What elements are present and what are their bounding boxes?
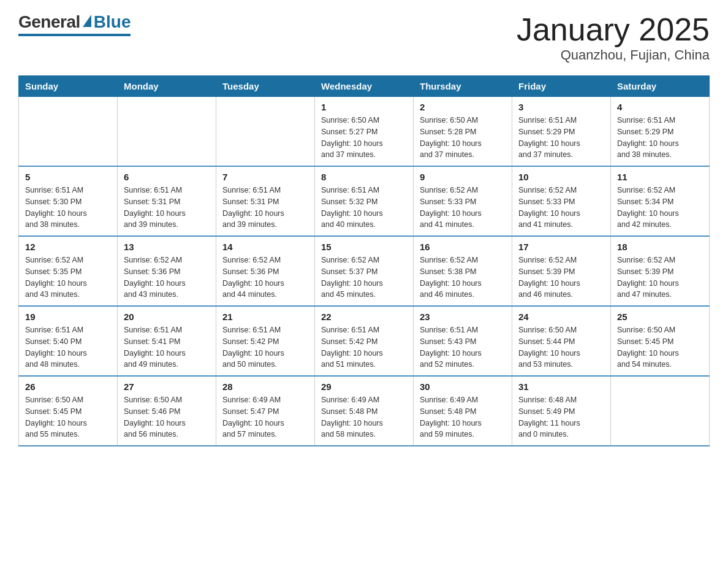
day-number: 1 [321,102,407,112]
weekday-header-sunday: Sunday [19,76,118,97]
calendar-title: January 2025 [517,12,710,47]
day-number: 9 [420,172,506,182]
day-info: Sunrise: 6:50 AM Sunset: 5:28 PM Dayligh… [420,115,506,161]
day-info: Sunrise: 6:52 AM Sunset: 5:34 PM Dayligh… [617,185,703,231]
day-info: Sunrise: 6:49 AM Sunset: 5:48 PM Dayligh… [321,394,407,440]
day-info: Sunrise: 6:52 AM Sunset: 5:33 PM Dayligh… [420,185,506,231]
weekday-header-saturday: Saturday [611,76,710,97]
calendar-cell: 15Sunrise: 6:52 AM Sunset: 5:37 PM Dayli… [315,236,414,306]
day-number: 12 [25,242,111,252]
day-info: Sunrise: 6:51 AM Sunset: 5:29 PM Dayligh… [617,115,703,161]
day-info: Sunrise: 6:52 AM Sunset: 5:35 PM Dayligh… [25,255,111,301]
day-number: 20 [124,312,210,322]
calendar-cell: 26Sunrise: 6:50 AM Sunset: 5:45 PM Dayli… [19,376,118,446]
day-number: 7 [222,172,308,182]
calendar-cell: 17Sunrise: 6:52 AM Sunset: 5:39 PM Dayli… [512,236,611,306]
calendar-header-row: SundayMondayTuesdayWednesdayThursdayFrid… [19,76,710,97]
calendar-cell: 1Sunrise: 6:50 AM Sunset: 5:27 PM Daylig… [315,97,414,167]
title-block: January 2025 Quanzhou, Fujian, China [517,12,710,63]
calendar-cell: 24Sunrise: 6:50 AM Sunset: 5:44 PM Dayli… [512,306,611,376]
calendar-week-row: 1Sunrise: 6:50 AM Sunset: 5:27 PM Daylig… [19,97,710,167]
day-info: Sunrise: 6:52 AM Sunset: 5:36 PM Dayligh… [222,255,308,301]
day-info: Sunrise: 6:52 AM Sunset: 5:36 PM Dayligh… [124,255,210,301]
calendar-week-row: 5Sunrise: 6:51 AM Sunset: 5:30 PM Daylig… [19,166,710,236]
day-info: Sunrise: 6:52 AM Sunset: 5:38 PM Dayligh… [420,255,506,301]
calendar-cell: 22Sunrise: 6:51 AM Sunset: 5:42 PM Dayli… [315,306,414,376]
calendar-cell: 5Sunrise: 6:51 AM Sunset: 5:30 PM Daylig… [19,166,118,236]
calendar-cell [19,97,118,167]
day-info: Sunrise: 6:51 AM Sunset: 5:42 PM Dayligh… [321,324,407,370]
day-number: 23 [420,312,506,322]
weekday-header-friday: Friday [512,76,611,97]
calendar-week-row: 12Sunrise: 6:52 AM Sunset: 5:35 PM Dayli… [19,236,710,306]
day-number: 30 [420,381,506,392]
calendar-cell: 29Sunrise: 6:49 AM Sunset: 5:48 PM Dayli… [315,376,414,446]
calendar-cell: 3Sunrise: 6:51 AM Sunset: 5:29 PM Daylig… [512,97,611,167]
day-info: Sunrise: 6:51 AM Sunset: 5:30 PM Dayligh… [25,185,111,231]
day-info: Sunrise: 6:52 AM Sunset: 5:39 PM Dayligh… [518,255,604,301]
calendar-cell: 27Sunrise: 6:50 AM Sunset: 5:46 PM Dayli… [118,376,216,446]
day-info: Sunrise: 6:49 AM Sunset: 5:48 PM Dayligh… [420,394,506,440]
day-number: 22 [321,312,407,322]
calendar-cell: 23Sunrise: 6:51 AM Sunset: 5:43 PM Dayli… [414,306,512,376]
day-info: Sunrise: 6:48 AM Sunset: 5:49 PM Dayligh… [518,394,604,440]
day-number: 2 [420,102,506,112]
day-info: Sunrise: 6:51 AM Sunset: 5:43 PM Dayligh… [420,324,506,370]
day-number: 16 [420,242,506,252]
calendar-cell: 28Sunrise: 6:49 AM Sunset: 5:47 PM Dayli… [216,376,315,446]
logo-blue-text: Blue [94,12,131,32]
calendar-cell: 7Sunrise: 6:51 AM Sunset: 5:31 PM Daylig… [216,166,315,236]
day-number: 18 [617,242,703,252]
calendar-cell: 14Sunrise: 6:52 AM Sunset: 5:36 PM Dayli… [216,236,315,306]
weekday-header-tuesday: Tuesday [216,76,315,97]
calendar-cell: 30Sunrise: 6:49 AM Sunset: 5:48 PM Dayli… [414,376,512,446]
day-number: 27 [124,381,210,392]
calendar-cell: 16Sunrise: 6:52 AM Sunset: 5:38 PM Dayli… [414,236,512,306]
day-number: 5 [25,172,111,182]
calendar-cell: 11Sunrise: 6:52 AM Sunset: 5:34 PM Dayli… [611,166,710,236]
day-info: Sunrise: 6:50 AM Sunset: 5:45 PM Dayligh… [617,324,703,370]
calendar-cell [611,376,710,446]
day-number: 8 [321,172,407,182]
day-info: Sunrise: 6:51 AM Sunset: 5:41 PM Dayligh… [124,324,210,370]
calendar-location: Quanzhou, Fujian, China [517,47,710,63]
day-number: 13 [124,242,210,252]
calendar-cell: 8Sunrise: 6:51 AM Sunset: 5:32 PM Daylig… [315,166,414,236]
day-number: 14 [222,242,308,252]
weekday-header-thursday: Thursday [414,76,512,97]
day-number: 17 [518,242,604,252]
calendar-cell: 13Sunrise: 6:52 AM Sunset: 5:36 PM Dayli… [118,236,216,306]
calendar-week-row: 26Sunrise: 6:50 AM Sunset: 5:45 PM Dayli… [19,376,710,446]
day-number: 21 [222,312,308,322]
logo-general-text: General [18,12,80,32]
calendar-cell: 19Sunrise: 6:51 AM Sunset: 5:40 PM Dayli… [19,306,118,376]
logo: General Blue [18,12,131,36]
logo-triangle-icon [83,15,91,27]
day-info: Sunrise: 6:50 AM Sunset: 5:27 PM Dayligh… [321,115,407,161]
day-number: 4 [617,102,703,112]
day-number: 11 [617,172,703,182]
day-number: 19 [25,312,111,322]
day-info: Sunrise: 6:50 AM Sunset: 5:46 PM Dayligh… [124,394,210,440]
calendar-week-row: 19Sunrise: 6:51 AM Sunset: 5:40 PM Dayli… [19,306,710,376]
calendar-cell: 2Sunrise: 6:50 AM Sunset: 5:28 PM Daylig… [414,97,512,167]
day-number: 28 [222,381,308,392]
day-info: Sunrise: 6:51 AM Sunset: 5:29 PM Dayligh… [518,115,604,161]
day-info: Sunrise: 6:50 AM Sunset: 5:44 PM Dayligh… [518,324,604,370]
page-header: General Blue January 2025 Quanzhou, Fuji… [18,12,710,63]
day-info: Sunrise: 6:51 AM Sunset: 5:42 PM Dayligh… [222,324,308,370]
calendar-cell: 25Sunrise: 6:50 AM Sunset: 5:45 PM Dayli… [611,306,710,376]
calendar-cell: 4Sunrise: 6:51 AM Sunset: 5:29 PM Daylig… [611,97,710,167]
calendar-cell: 10Sunrise: 6:52 AM Sunset: 5:33 PM Dayli… [512,166,611,236]
day-info: Sunrise: 6:49 AM Sunset: 5:47 PM Dayligh… [222,394,308,440]
day-number: 15 [321,242,407,252]
calendar-cell: 31Sunrise: 6:48 AM Sunset: 5:49 PM Dayli… [512,376,611,446]
day-info: Sunrise: 6:51 AM Sunset: 5:32 PM Dayligh… [321,185,407,231]
calendar-cell: 20Sunrise: 6:51 AM Sunset: 5:41 PM Dayli… [118,306,216,376]
weekday-header-monday: Monday [118,76,216,97]
day-info: Sunrise: 6:51 AM Sunset: 5:31 PM Dayligh… [124,185,210,231]
calendar-cell: 21Sunrise: 6:51 AM Sunset: 5:42 PM Dayli… [216,306,315,376]
day-number: 29 [321,381,407,392]
day-number: 31 [518,381,604,392]
calendar-cell: 9Sunrise: 6:52 AM Sunset: 5:33 PM Daylig… [414,166,512,236]
